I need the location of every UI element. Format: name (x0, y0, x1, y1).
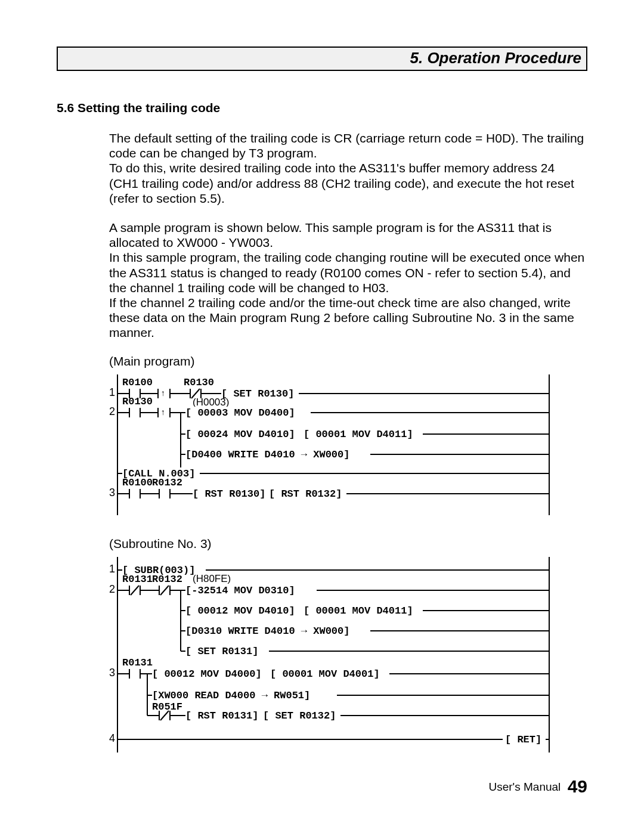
footer-label: User's Manual (489, 781, 561, 793)
svg-rect-95 (129, 669, 140, 679)
svg-text:2: 2 (109, 405, 115, 417)
svg-text:[-32514 MOV D0310]: [-32514 MOV D0310] (185, 585, 295, 596)
svg-text:[ SET R0131]: [ SET R0131] (185, 646, 258, 657)
svg-text:2: 2 (109, 583, 115, 595)
svg-rect-48 (129, 489, 140, 498)
svg-text:3: 3 (109, 667, 115, 679)
chapter-title: 5. Operation Procedure (410, 49, 581, 67)
paragraph-1: The default setting of the trailing code… (109, 131, 587, 206)
svg-text:[D0310 WRITE D4010  →  XW000]: [D0310 WRITE D4010 → XW000] (185, 625, 349, 637)
svg-text:[ 00003 MOV D0400]: [ 00003 MOV D0400] (185, 407, 295, 419)
para2-text: To do this, write desired trailing code … (109, 161, 574, 205)
main-program-label: (Main program) (109, 354, 587, 368)
svg-text:R0130: R0130 (122, 396, 153, 407)
svg-text:R0132: R0132 (152, 574, 182, 585)
page-number: 49 (568, 776, 587, 796)
svg-text:[ 00001 MOV D4011]: [ 00001 MOV D4011] (304, 605, 413, 617)
svg-text:(H0003): (H0003) (193, 397, 229, 408)
paragraph-2: A sample program is shown below. This sa… (109, 220, 587, 340)
subroutine-ladder: 1 [ SUBR(003)] 2 R0131 R0132 (H80FE) [-3… (109, 557, 587, 753)
svg-text:R0131: R0131 (122, 657, 153, 668)
svg-text:[ 00012 MOV D4000]: [ 00012 MOV D4000] (152, 668, 262, 680)
svg-text:(H80FE): (H80FE) (193, 573, 231, 584)
svg-text:R0130: R0130 (184, 377, 214, 388)
svg-text:3: 3 (109, 487, 115, 498)
svg-text:[ SET R0130]: [ SET R0130] (221, 388, 294, 400)
para3-text: A sample program is shown below. This sa… (109, 221, 552, 249)
svg-text:[XW000 READ  D4000  →  RW051]: [XW000 READ D4000 → RW051] (152, 690, 310, 701)
svg-text:R0132: R0132 (152, 477, 182, 488)
svg-text:[D0400 WRITE D4010  →  XW000]: [D0400 WRITE D4010 → XW000] (185, 449, 349, 460)
svg-text:[ RET]: [ RET] (505, 734, 541, 745)
svg-text:R0100: R0100 (122, 377, 153, 388)
svg-rect-22 (129, 408, 140, 417)
svg-text:[ 00001 MOV D4001]: [ 00001 MOV D4001] (270, 668, 380, 680)
para4-text: In this sample program, the trailing cod… (109, 250, 584, 294)
svg-text:1: 1 (109, 386, 115, 398)
svg-text:↑: ↑ (160, 408, 165, 417)
svg-text:[ RST R0130]: [ RST R0130] (193, 488, 265, 500)
svg-rect-52 (159, 489, 170, 498)
svg-text:R0131: R0131 (122, 574, 153, 585)
subroutine-label: (Subroutine No. 3) (109, 537, 587, 551)
svg-text:[ 00012 MOV D4010]: [ 00012 MOV D4010] (185, 605, 295, 617)
chapter-title-box: 5. Operation Procedure (57, 47, 587, 71)
svg-text:R0100: R0100 (122, 477, 153, 488)
svg-text:[ 00024 MOV D4010]: [ 00024 MOV D4010] (185, 429, 295, 440)
page-footer: User's Manual 49 (57, 776, 587, 797)
svg-text:[ RST R0132]: [ RST R0132] (269, 488, 342, 500)
main-program-ladder: 1 R0100 ↑ R0130 [ SET R0130] 2 R0130 (109, 374, 587, 515)
section-heading: 5.6 Setting the trailing code (57, 101, 587, 115)
page: 5. Operation Procedure 5.6 Setting the t… (0, 0, 644, 820)
para5-text: If the channel 2 trailing code and/or th… (109, 296, 574, 339)
svg-text:1: 1 (109, 563, 115, 575)
svg-text:[ RST R0131]: [ RST R0131] (185, 710, 258, 721)
svg-text:[ SET R0132]: [ SET R0132] (263, 710, 336, 721)
svg-text:↑: ↑ (160, 389, 165, 398)
para1-text: The default setting of the trailing code… (109, 131, 584, 160)
svg-text:[ 00001 MOV D4011]: [ 00001 MOV D4011] (304, 429, 413, 440)
svg-text:4: 4 (109, 732, 115, 744)
